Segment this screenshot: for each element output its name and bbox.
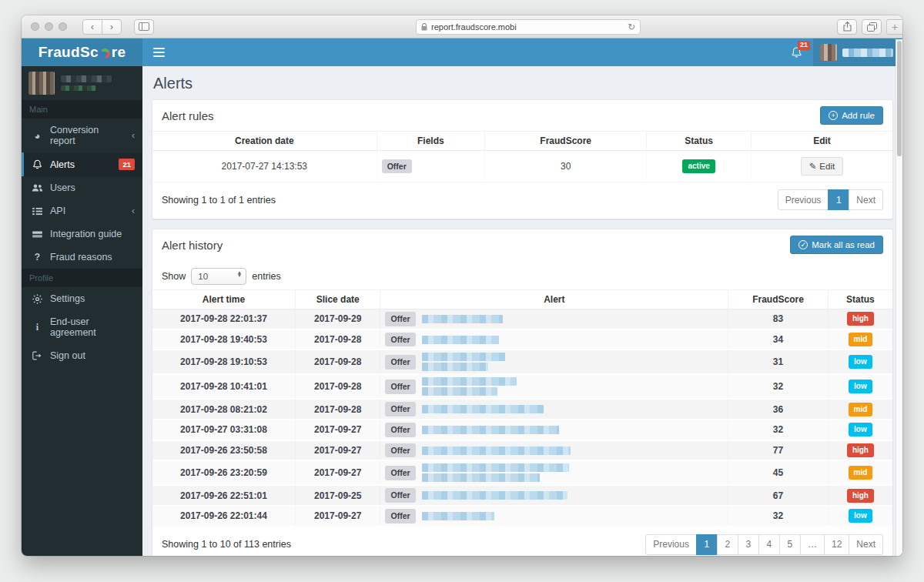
sidebar-section-label: Main bbox=[22, 100, 142, 119]
app-navbar: FraudScre 21 bbox=[22, 38, 902, 66]
alert-history-title: Alert history bbox=[162, 239, 223, 252]
status-badge: active bbox=[682, 159, 715, 173]
alert-cell: Offer bbox=[380, 374, 728, 399]
status-cell: mid bbox=[828, 329, 892, 350]
close-window-button[interactable] bbox=[31, 22, 39, 31]
user-menu[interactable] bbox=[813, 38, 902, 66]
tab-overview-button[interactable] bbox=[862, 19, 882, 35]
user-info-redacted bbox=[61, 75, 112, 91]
pagination-1[interactable]: 1 bbox=[696, 534, 718, 555]
sidebar-user-panel bbox=[22, 66, 142, 100]
sidebar-item-users[interactable]: Users bbox=[22, 176, 142, 199]
notifications-button[interactable]: 21 bbox=[780, 38, 813, 66]
show-entries-select[interactable]: 10 ▲▼ bbox=[191, 268, 246, 285]
edit-rule-button[interactable]: ✎Edit bbox=[801, 157, 843, 176]
mark-all-label: Mark all as read bbox=[812, 240, 875, 249]
alert-time-cell: 2017-09-26 23:50:58 bbox=[152, 440, 295, 461]
sidebar-item-integration-guide[interactable]: Integration guide bbox=[22, 222, 142, 246]
mark-all-as-read-button[interactable]: ✓ Mark all as read bbox=[790, 236, 883, 254]
app-logo[interactable]: FraudScre bbox=[22, 38, 142, 66]
offer-badge: Offer bbox=[385, 443, 415, 458]
pagination-3[interactable]: 3 bbox=[738, 534, 759, 555]
scrollbar[interactable] bbox=[896, 39, 902, 556]
sidebar-item-fraud-reasons[interactable]: ?Fraud reasons bbox=[22, 246, 142, 269]
sidebar-item-settings[interactable]: Settings bbox=[22, 287, 142, 310]
minimize-window-button[interactable] bbox=[45, 22, 53, 31]
user-avatar bbox=[820, 44, 837, 61]
offer-badge: Offer bbox=[385, 423, 415, 437]
offer-badge: Offer bbox=[385, 380, 415, 394]
alert-text-redacted bbox=[422, 463, 569, 482]
table-row: 2017-09-27 03:31:082017-09-27Offer32low bbox=[152, 420, 892, 440]
alerts-count-badge: 21 bbox=[119, 159, 135, 170]
main-content: Alerts Alert rules + Add rule Creation d… bbox=[142, 66, 902, 556]
slice-date-cell: 2017-09-29 bbox=[295, 309, 380, 329]
column-header-alert: Alert bbox=[380, 290, 728, 309]
logo-text-left: FraudSc bbox=[38, 44, 99, 61]
sidebar-pane-icon bbox=[139, 22, 149, 31]
offer-badge: Offer bbox=[385, 355, 415, 370]
status-badge-mid: mid bbox=[849, 466, 873, 480]
sidebar-item-api[interactable]: API‹ bbox=[22, 199, 142, 222]
sidebar-item-label: Sign out bbox=[50, 350, 135, 361]
offer-badge: Offer bbox=[385, 509, 415, 523]
status-badge-high: high bbox=[847, 312, 874, 326]
show-label: Show bbox=[162, 271, 186, 282]
address-bar[interactable]: report.fraudscore.mobi ↻ bbox=[416, 19, 641, 35]
share-icon bbox=[843, 22, 852, 32]
alert-cell: Offer bbox=[380, 329, 728, 350]
status-cell: low bbox=[828, 374, 892, 399]
sidebar-nav: Main◕Conversion report‹Alerts21UsersAPI‹… bbox=[22, 100, 142, 367]
pagination-next[interactable]: Next bbox=[849, 189, 883, 210]
table-row: 2017-09-26 22:51:012017-09-25Offer67high bbox=[152, 485, 892, 506]
zoom-window-button[interactable] bbox=[59, 22, 67, 31]
pagination-2[interactable]: 2 bbox=[717, 534, 738, 555]
pagination-1[interactable]: 1 bbox=[828, 189, 849, 210]
sidebar-collapse-button[interactable] bbox=[142, 38, 175, 66]
alert-history-table: Alert timeSlice dateAlertFraudScoreStatu… bbox=[152, 289, 892, 527]
alert-time-cell: 2017-09-26 22:51:01 bbox=[152, 485, 295, 506]
question-icon: ? bbox=[32, 252, 43, 263]
sidebar: Main◕Conversion report‹Alerts21UsersAPI‹… bbox=[22, 66, 142, 556]
pagination-next[interactable]: Next bbox=[849, 534, 883, 555]
pagination-5[interactable]: 5 bbox=[779, 534, 801, 555]
pagination-12[interactable]: 12 bbox=[824, 534, 849, 555]
table-row: 2017-09-28 19:10:532017-09-28Offer31low bbox=[152, 350, 892, 374]
sidebar-item-label: Conversion report bbox=[50, 125, 125, 146]
sidebar-item-sign-out[interactable]: Sign out bbox=[22, 344, 142, 367]
sidebar-item-alerts[interactable]: Alerts21 bbox=[22, 152, 142, 176]
alert-cell: Offer bbox=[380, 399, 728, 420]
sidebar-toggle-button[interactable] bbox=[134, 19, 154, 35]
edit-cell: ✎Edit bbox=[751, 151, 892, 182]
plus-circle-icon: + bbox=[829, 111, 838, 120]
fraudscore-cell: 31 bbox=[728, 350, 829, 374]
slice-date-cell: 2017-09-27 bbox=[295, 440, 380, 461]
browser-toolbar: ‹ › report.fraudscore.mobi ↻ bbox=[22, 15, 902, 38]
share-button[interactable] bbox=[837, 19, 857, 35]
chevron-left-icon: ‹ bbox=[132, 206, 135, 216]
alert-text-redacted bbox=[422, 336, 499, 344]
alert-rules-table: Creation dateFieldsFraudScoreStatusEdit2… bbox=[152, 131, 892, 182]
user-avatar bbox=[28, 72, 55, 95]
back-button[interactable]: ‹ bbox=[82, 19, 102, 35]
fraudscore-cell: 36 bbox=[728, 399, 829, 420]
forward-button[interactable]: › bbox=[102, 19, 122, 35]
url-text: report.fraudscore.mobi bbox=[431, 22, 517, 32]
pagination-previous[interactable]: Previous bbox=[778, 189, 829, 210]
reload-icon[interactable]: ↻ bbox=[628, 22, 635, 32]
add-rule-button[interactable]: + Add rule bbox=[820, 106, 883, 125]
pagination-previous[interactable]: Previous bbox=[645, 534, 697, 555]
pagination-4[interactable]: 4 bbox=[758, 534, 780, 555]
alert-cell: Offer bbox=[380, 506, 728, 527]
scrollbar-thumb[interactable] bbox=[897, 41, 902, 156]
column-header-fields: Fields bbox=[377, 132, 484, 151]
table-row: 2017-09-26 23:50:582017-09-27Offer77high bbox=[152, 440, 892, 461]
sidebar-item-label: Users bbox=[50, 182, 135, 193]
layers-icon bbox=[32, 230, 43, 239]
tabs-icon bbox=[867, 22, 877, 32]
sidebar-item-conversion-report[interactable]: ◕Conversion report‹ bbox=[22, 119, 142, 152]
sidebar-item-label: API bbox=[50, 206, 125, 216]
alert-cell: Offer bbox=[380, 440, 728, 461]
sidebar-item-end-user-agreement[interactable]: iEnd-user agreement bbox=[22, 310, 142, 344]
new-tab-button[interactable]: + bbox=[886, 19, 902, 35]
